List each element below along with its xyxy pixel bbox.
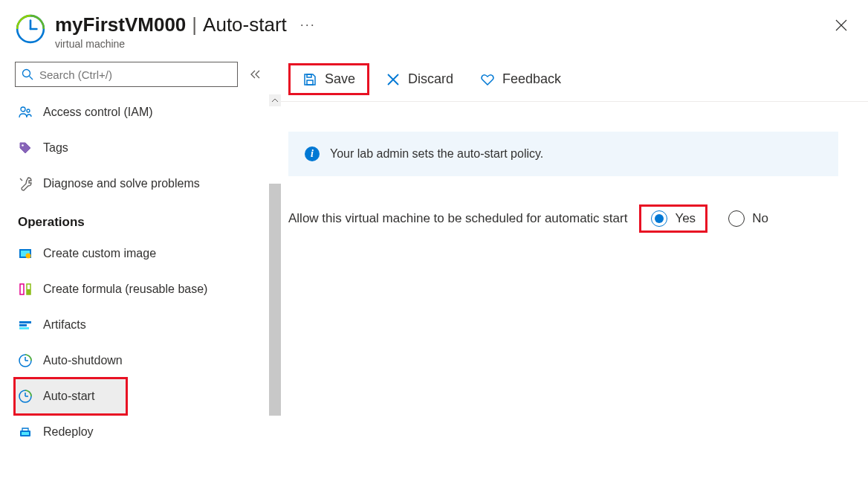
- search-icon: [22, 68, 33, 80]
- discard-icon: [386, 72, 401, 87]
- discard-button[interactable]: Discard: [375, 67, 464, 91]
- nav-create-formula[interactable]: Create formula (reusable base): [15, 271, 269, 307]
- nav-label: Redeploy: [43, 425, 94, 439]
- svg-line-4: [30, 77, 33, 80]
- nav-group-operations: Operations: [15, 202, 269, 236]
- save-highlight: Save: [288, 63, 369, 95]
- nav-label: Auto-shutdown: [43, 354, 123, 367]
- nav-auto-start[interactable]: Auto-start: [15, 378, 126, 414]
- nav-label: Artifacts: [43, 318, 86, 332]
- setting-label: Allow this virtual machine to be schedul…: [288, 211, 627, 226]
- search-input[interactable]: [39, 68, 231, 81]
- wrench-icon: [18, 176, 33, 191]
- svg-rect-16: [19, 327, 29, 329]
- more-icon[interactable]: ···: [300, 17, 316, 33]
- nav-label: Auto-start: [43, 390, 94, 403]
- people-icon: [18, 105, 33, 120]
- clock-resource-icon: [15, 13, 46, 45]
- svg-rect-26: [307, 80, 313, 85]
- nav-label: Diagnose and solve problems: [43, 177, 200, 190]
- nav-label: Tags: [43, 141, 68, 155]
- radio-no-circle: [728, 210, 745, 227]
- nav-label: Access control (IAM): [43, 106, 153, 119]
- nav-create-custom-image[interactable]: Create custom image: [15, 236, 269, 271]
- blade-header: myFirstVM000 | Auto-start ··· virtual ma…: [0, 0, 868, 57]
- feedback-label: Feedback: [502, 71, 561, 87]
- save-button[interactable]: Save: [292, 67, 366, 91]
- sidebar: Access control (IAM) Tags Diagnose and s…: [0, 57, 269, 488]
- heart-icon: [480, 72, 495, 87]
- nav-label: Create formula (reusable base): [43, 283, 207, 296]
- nav-label: Create custom image: [43, 247, 156, 260]
- svg-rect-15: [19, 324, 27, 326]
- main-panel: Save Discard Feedback i Your lab admin s…: [269, 57, 868, 488]
- clock-start-icon: [18, 389, 33, 404]
- redeploy-icon: [18, 425, 33, 439]
- svg-rect-25: [307, 74, 311, 77]
- radio-no-label: No: [752, 211, 768, 226]
- scroll-up-arrow[interactable]: [269, 94, 281, 106]
- feedback-button[interactable]: Feedback: [470, 67, 571, 91]
- nav-list: Access control (IAM) Tags Diagnose and s…: [15, 94, 269, 450]
- radio-yes[interactable]: Yes: [641, 206, 706, 231]
- auto-start-setting: Allow this virtual machine to be schedul…: [288, 206, 868, 231]
- tag-icon: [18, 141, 33, 155]
- radio-yes-circle: [651, 210, 667, 227]
- resource-name: myFirstVM000: [55, 13, 186, 36]
- scroll-thumb[interactable]: [269, 184, 281, 416]
- radio-group: Yes No: [641, 206, 777, 231]
- save-label: Save: [325, 71, 355, 87]
- nav-auto-shutdown[interactable]: Auto-shutdown: [15, 343, 269, 378]
- resource-type: virtual machine: [55, 38, 820, 50]
- artifacts-icon: [18, 317, 33, 332]
- nav-tags[interactable]: Tags: [15, 130, 269, 166]
- info-text: Your lab admin sets the auto-start polic…: [330, 147, 543, 161]
- discard-label: Discard: [408, 71, 453, 87]
- info-icon: i: [305, 146, 320, 161]
- svg-rect-11: [20, 284, 24, 294]
- radio-no[interactable]: No: [719, 207, 777, 230]
- radio-yes-label: Yes: [675, 211, 696, 226]
- sidebar-search[interactable]: [15, 62, 238, 87]
- nav-access-control[interactable]: Access control (IAM): [15, 94, 269, 130]
- scrollbar[interactable]: [269, 94, 281, 450]
- nav-diagnose[interactable]: Diagnose and solve problems: [15, 166, 269, 202]
- svg-point-5: [21, 107, 25, 112]
- formula-icon: [18, 282, 33, 297]
- svg-point-7: [22, 144, 24, 146]
- command-bar: Save Discard Feedback: [269, 57, 868, 102]
- page-subtitle: Auto-start: [203, 13, 287, 36]
- svg-rect-13: [27, 289, 30, 294]
- svg-point-3: [23, 70, 30, 77]
- svg-rect-14: [19, 321, 31, 323]
- title-separator: |: [192, 13, 197, 36]
- svg-point-10: [26, 254, 31, 259]
- save-icon: [302, 72, 317, 87]
- clock-shutdown-icon: [18, 353, 33, 368]
- svg-rect-24: [22, 432, 29, 435]
- custom-image-icon: [18, 246, 33, 261]
- close-button[interactable]: [829, 13, 853, 37]
- info-banner: i Your lab admin sets the auto-start pol…: [288, 132, 838, 176]
- svg-point-6: [27, 109, 30, 112]
- nav-artifacts[interactable]: Artifacts: [15, 307, 269, 343]
- collapse-sidebar-button[interactable]: [248, 69, 263, 80]
- nav-redeploy[interactable]: Redeploy: [15, 414, 269, 450]
